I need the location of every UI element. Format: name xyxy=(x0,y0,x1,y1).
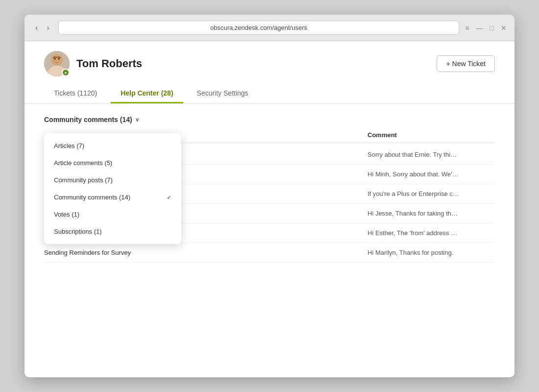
nav-buttons: ‹ › xyxy=(32,23,52,33)
dropdown-item-label: Community posts (7) xyxy=(54,176,113,184)
col-comment-header: Comment xyxy=(368,131,495,139)
dropdown-item-label: Subscriptions (1) xyxy=(54,228,102,235)
table-row[interactable]: Sending Reminders for Survey Hi Marilyn,… xyxy=(44,243,495,263)
status-badge: ● xyxy=(62,69,70,76)
browser-chrome: ‹ › obscura.zendesk.com/agent/users ≡ — … xyxy=(24,15,514,41)
forward-button[interactable]: › xyxy=(44,23,52,33)
maximize-button[interactable]: □ xyxy=(490,24,494,32)
dropdown-item-subscriptions[interactable]: Subscriptions (1) xyxy=(44,223,181,240)
row-comment: Hi Esther, The 'from' address … xyxy=(368,229,495,237)
dropdown-item-article-comments[interactable]: Article comments (5) xyxy=(44,154,181,172)
dropdown-item-community-comments[interactable]: Community comments (14) ✓ xyxy=(44,189,181,206)
user-row: ● Tom Roberts + New Ticket xyxy=(44,51,495,76)
row-comment: Hi Minh, Sorry about that. We'… xyxy=(368,171,495,178)
address-bar[interactable]: obscura.zendesk.com/agent/users xyxy=(58,21,460,35)
dropdown-item-label: Community comments (14) xyxy=(54,194,130,201)
dropdown-item-articles[interactable]: Articles (7) xyxy=(44,137,181,154)
dropdown-item-label: Votes (1) xyxy=(54,211,79,218)
tab-tickets[interactable]: Tickets (1120) xyxy=(44,84,107,103)
close-button[interactable]: ✕ xyxy=(501,24,507,32)
dropdown-arrow-icon: ∨ xyxy=(135,117,139,123)
section-header[interactable]: Community comments (14) ∨ xyxy=(44,116,495,123)
row-comment: Hi Marilyn, Thanks for posting. xyxy=(368,249,495,256)
row-title: Sending Reminders for Survey xyxy=(44,249,368,256)
new-ticket-button[interactable]: + New Ticket xyxy=(437,55,495,72)
row-comment: Hi Jesse, Thanks for taking th… xyxy=(368,210,495,217)
dropdown-item-votes[interactable]: Votes (1) xyxy=(44,206,181,223)
svg-point-1 xyxy=(51,54,63,66)
row-comment: Sorry about that Ernie. Try thi… xyxy=(368,151,495,158)
dropdown-item-label: Article comments (5) xyxy=(54,159,112,167)
main-area: Community comments (14) ∨ Articles (7) A… xyxy=(24,104,514,377)
window-controls: ≡ — □ ✕ xyxy=(465,24,507,32)
status-icon: ● xyxy=(65,71,67,75)
user-info: ● Tom Roberts xyxy=(44,51,142,76)
dropdown-menu: Articles (7) Article comments (5) Commun… xyxy=(44,133,181,244)
tab-security-settings[interactable]: Security Settings xyxy=(187,84,258,103)
section-title: Community comments (14) xyxy=(44,116,132,123)
back-button[interactable]: ‹ xyxy=(32,23,41,33)
avatar-container: ● xyxy=(44,51,70,76)
user-name: Tom Roberts xyxy=(76,57,142,70)
dropdown-item-community-posts[interactable]: Community posts (7) xyxy=(44,172,181,189)
menu-icon: ≡ xyxy=(465,24,469,32)
svg-point-3 xyxy=(54,58,56,60)
dropdown-item-label: Articles (7) xyxy=(54,142,84,149)
svg-point-4 xyxy=(58,58,60,60)
check-icon: ✓ xyxy=(167,194,172,201)
header-section: ● Tom Roberts + New Ticket Tickets (1120… xyxy=(24,41,514,104)
browser-window: ‹ › obscura.zendesk.com/agent/users ≡ — … xyxy=(24,15,514,377)
minimize-button[interactable]: — xyxy=(476,24,483,32)
tabs-row: Tickets (1120) Help Center (28) Security… xyxy=(44,84,495,103)
tab-help-center[interactable]: Help Center (28) xyxy=(111,84,183,103)
row-comment: If you're a Plus or Enterprise c… xyxy=(368,190,495,197)
page-content: ● Tom Roberts + New Ticket Tickets (1120… xyxy=(24,41,514,377)
